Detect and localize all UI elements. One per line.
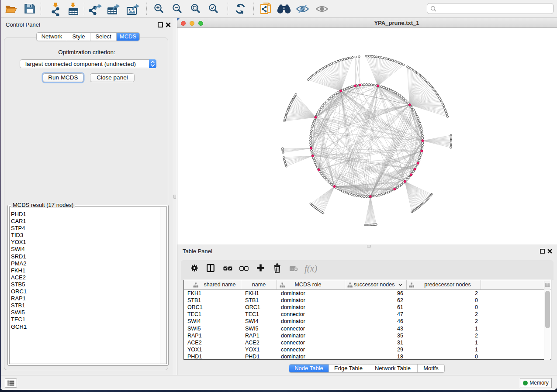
svg-text:f(x): f(x) — [304, 263, 317, 274]
